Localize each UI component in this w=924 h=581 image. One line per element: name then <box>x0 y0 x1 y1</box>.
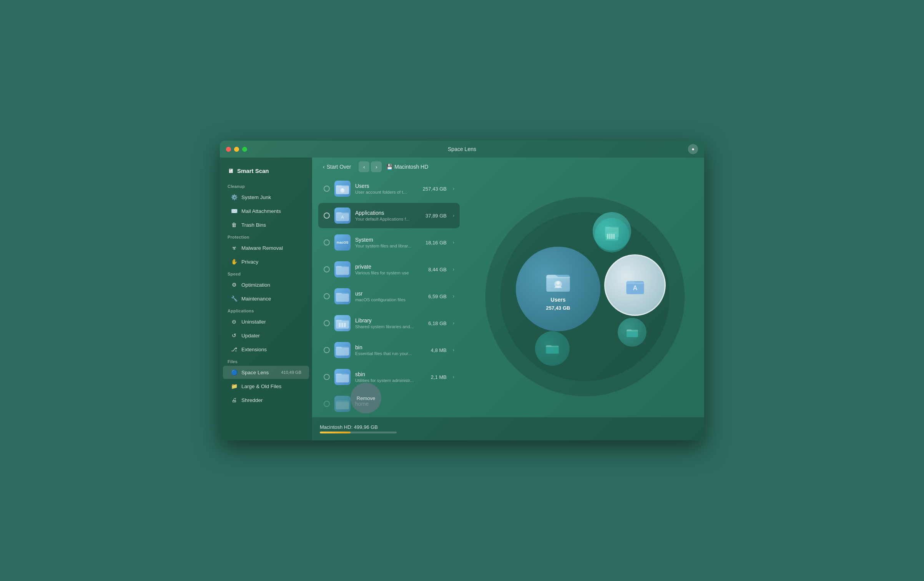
space-lens-badge: 410,49 GB <box>281 370 301 375</box>
large-files-icon: 📁 <box>231 383 238 390</box>
sidebar-item-optimization[interactable]: ⚙ Optimization <box>223 278 309 291</box>
sidebar-item-uninstaller[interactable]: ⊖ Uninstaller <box>223 315 309 328</box>
file-info-sbin: sbin Utilities for system administr... <box>355 371 426 383</box>
sidebar-item-label: Shredder <box>241 397 263 403</box>
file-item-system[interactable]: macOS System Your system files and libra… <box>318 230 460 255</box>
file-item-sbin[interactable]: sbin Utilities for system administr... 2… <box>318 364 460 390</box>
file-list-panel: Users User account folders of t... 257,4… <box>312 176 466 417</box>
file-desc-applications: Your default Applications f... <box>355 217 421 221</box>
file-item-users[interactable]: Users User account folders of t... 257,4… <box>318 176 460 201</box>
top-nav: ‹ Start Over ‹ › 💾 Macintosh HD <box>312 158 704 176</box>
bubble-users[interactable]: Users 257,43 GB <box>516 247 600 331</box>
nav-prev-button[interactable]: ‹ <box>359 161 369 172</box>
traffic-lights <box>226 147 247 152</box>
bubble-library[interactable] <box>595 218 629 252</box>
sidebar-item-maintenance[interactable]: 🔧 Maintenance <box>223 292 309 305</box>
bottom-bar: Macintosh HD: 499,96 GB <box>312 417 704 440</box>
folder-icon-usr <box>334 288 351 304</box>
file-item-private[interactable]: private Various files for system use 8,4… <box>318 257 460 282</box>
file-radio-bin[interactable] <box>324 347 330 353</box>
updater-icon: ↺ <box>231 332 238 339</box>
svg-rect-11 <box>336 294 349 302</box>
svg-rect-36 <box>609 234 611 239</box>
disk-info: Macintosh HD: 499,96 GB <box>320 424 397 433</box>
file-name-library: Library <box>355 317 424 324</box>
sidebar-item-label: Optimization <box>241 282 270 288</box>
sidebar-item-label: Mail Attachments <box>241 208 281 214</box>
file-item-usr[interactable]: usr macOS configuration files 6,59 GB › <box>318 284 460 309</box>
file-size-users: 257,43 GB <box>423 186 447 192</box>
nav-next-button[interactable]: › <box>371 161 382 172</box>
maximize-button[interactable] <box>242 147 247 152</box>
file-item-applications[interactable]: A Applications Your default Applications… <box>318 203 460 228</box>
file-desc-bin: Essential files that run your... <box>355 351 426 356</box>
main-window: Space Lens ● 🖥 Smart Scan Cleanup ⚙️ Sys… <box>220 141 704 440</box>
sidebar-item-space-lens[interactable]: 🔵 Space Lens 410,49 GB <box>223 366 309 379</box>
file-name-users: Users <box>355 183 418 189</box>
back-button[interactable]: ‹ Start Over <box>320 162 354 171</box>
sidebar-item-updater[interactable]: ↺ Updater <box>223 329 309 342</box>
sidebar-item-malware-removal[interactable]: ☣ Malware Removal <box>223 241 309 254</box>
sidebar-item-shredder[interactable]: 🖨 Shredder <box>223 393 309 407</box>
chevron-icon-library: › <box>453 320 454 326</box>
disk-label: Macintosh HD: 499,96 GB <box>320 424 397 430</box>
extensions-icon: ⎇ <box>231 346 238 353</box>
svg-rect-22 <box>336 402 349 409</box>
bubble-folder2[interactable] <box>535 331 570 366</box>
bubble-folder1[interactable] <box>618 318 646 347</box>
file-info-system: System Your system files and librar... <box>355 237 421 248</box>
svg-rect-35 <box>607 234 608 239</box>
svg-rect-20 <box>336 375 349 382</box>
sidebar-item-mail-attachments[interactable]: ✉️ Mail Attachments <box>223 204 309 217</box>
settings-icon[interactable]: ● <box>688 144 698 154</box>
maintenance-icon: 🔧 <box>231 295 238 302</box>
close-button[interactable] <box>226 147 231 152</box>
file-desc-library: Shared system libraries and... <box>355 324 424 329</box>
file-radio-users[interactable] <box>324 186 330 192</box>
file-radio-private[interactable] <box>324 266 330 272</box>
file-info-bin: bin Essential files that run your... <box>355 344 426 356</box>
trash-icon: 🗑 <box>231 221 238 228</box>
svg-rect-42 <box>546 347 558 354</box>
disk-progress-bar <box>320 432 397 433</box>
svg-text:A: A <box>341 215 344 220</box>
sidebar-item-system-junk[interactable]: ⚙️ System Junk <box>223 191 309 204</box>
folder-icon-bin <box>334 342 351 358</box>
file-info-library: Library Shared system libraries and... <box>355 317 424 329</box>
sidebar-item-privacy[interactable]: ✋ Privacy <box>223 255 309 268</box>
file-item-library[interactable]: Library Shared system libraries and... 6… <box>318 310 460 336</box>
bubble-apps[interactable]: A <box>604 254 666 316</box>
window-title: Space Lens <box>448 146 476 152</box>
file-radio-home[interactable] <box>324 401 330 407</box>
file-radio-applications[interactable] <box>324 212 330 219</box>
folder-icon-library <box>334 315 351 331</box>
folder-icon-applications: A <box>334 208 351 224</box>
remove-button[interactable]: Remove <box>351 383 381 413</box>
shredder-icon: 🖨 <box>231 397 238 403</box>
file-radio-system[interactable] <box>324 239 330 246</box>
svg-rect-18 <box>336 348 349 355</box>
section-files: Files <box>220 356 312 365</box>
nav-arrow-buttons: ‹ › <box>359 161 382 172</box>
file-item-bin[interactable]: bin Essential files that run your... 4,8… <box>318 337 460 363</box>
sidebar-item-large-old-files[interactable]: 📁 Large & Old Files <box>223 380 309 393</box>
file-info-private: private Various files for system use <box>355 264 424 275</box>
titlebar: Space Lens ● <box>220 141 704 158</box>
file-radio-sbin[interactable] <box>324 374 330 380</box>
minimize-button[interactable] <box>234 147 239 152</box>
sidebar-item-smart-scan[interactable]: 🖥 Smart Scan <box>220 164 312 178</box>
file-desc-users: User account folders of t... <box>355 190 418 194</box>
section-applications: Applications <box>220 305 312 315</box>
chevron-icon-sbin: › <box>453 374 454 380</box>
file-name-private: private <box>355 264 424 270</box>
chevron-icon-usr: › <box>453 294 454 299</box>
file-item-home[interactable]: home <box>318 391 460 417</box>
privacy-icon: ✋ <box>231 258 238 265</box>
file-size-library: 6,18 GB <box>428 320 447 326</box>
chevron-icon-system: › <box>453 240 454 245</box>
viz-panel: Users 257,43 GB A <box>466 176 704 417</box>
sidebar-item-extensions[interactable]: ⎇ Extensions <box>223 343 309 356</box>
file-radio-library[interactable] <box>324 320 330 326</box>
sidebar-item-trash-bins[interactable]: 🗑 Trash Bins <box>223 218 309 231</box>
file-radio-usr[interactable] <box>324 293 330 299</box>
